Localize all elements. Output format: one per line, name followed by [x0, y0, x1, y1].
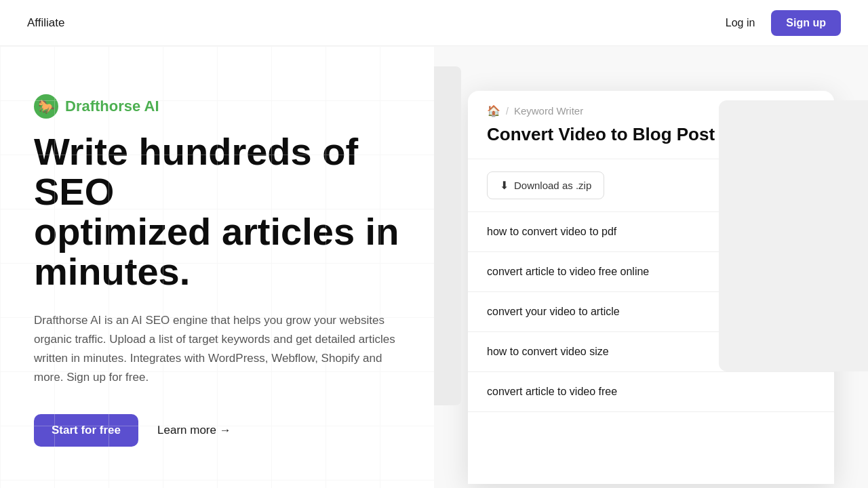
- start-for-free-button[interactable]: Start for free: [34, 414, 138, 447]
- learn-more-link[interactable]: Learn more →: [157, 424, 231, 437]
- right-panel: 🏠 / Keyword Writer Convert Video to Blog…: [434, 46, 868, 488]
- navbar: Affiliate Log in Sign up: [0, 0, 868, 46]
- breadcrumb-home-icon: 🏠: [487, 104, 500, 117]
- brand-name: Drafthorse AI: [65, 98, 159, 115]
- decorative-panel-left: [434, 66, 461, 405]
- hero-description: Drafthorse AI is an AI SEO engine that h…: [34, 311, 400, 387]
- main-content: 🐎 Drafthorse AI Write hundreds of SEO op…: [0, 46, 868, 488]
- hero-headline: Write hundreds of SEO optimized articles…: [34, 132, 400, 291]
- download-button-label: Download as .zip: [514, 180, 591, 191]
- brand-logo: 🐎 Drafthorse AI: [34, 94, 400, 119]
- login-button[interactable]: Log in: [726, 17, 755, 29]
- breadcrumb-separator: /: [506, 106, 509, 117]
- breadcrumb-page-label: Keyword Writer: [514, 105, 583, 117]
- download-icon: ⬇: [500, 179, 509, 192]
- nav-right: Log in Sign up: [726, 10, 841, 36]
- keyword-item[interactable]: convert article to video free: [468, 372, 834, 412]
- signup-button[interactable]: Sign up: [771, 10, 841, 36]
- decorative-panel-right: [719, 100, 868, 371]
- affiliate-link[interactable]: Affiliate: [27, 16, 64, 30]
- brand-icon: 🐎: [34, 94, 58, 119]
- left-panel: 🐎 Drafthorse AI Write hundreds of SEO op…: [0, 46, 434, 488]
- hero-actions: Start for free Learn more →: [34, 414, 400, 447]
- download-zip-button[interactable]: ⬇ Download as .zip: [487, 171, 604, 199]
